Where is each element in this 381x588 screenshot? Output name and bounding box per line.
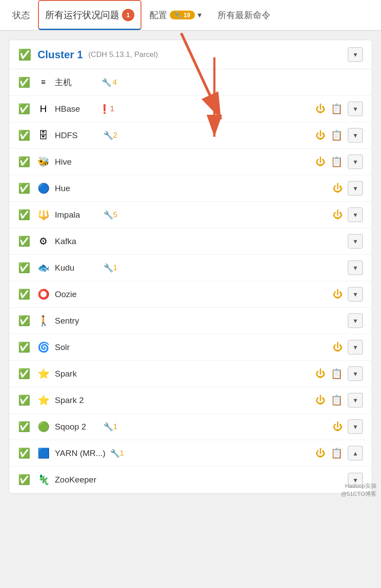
actions-solr: ⏻▾ <box>333 340 363 354</box>
restart-icon-oozie[interactable]: ⏻ <box>333 289 343 300</box>
icon-hdfs: 🗄 <box>36 128 50 143</box>
status-check-yarn: ✅ <box>18 448 30 459</box>
actions-oozie: ⏻▾ <box>333 287 363 302</box>
status-check-oozie: ✅ <box>18 289 30 300</box>
service-dropdown-spark[interactable]: ▾ <box>348 366 363 381</box>
main-content: ✅ Cluster 1 (CDH 5.13.1, Parcel) ▾ ✅ ≡ 主… <box>0 31 381 502</box>
restart-icon-yarn[interactable]: ⏻ <box>316 448 325 459</box>
restart-icon-solr[interactable]: ⏻ <box>333 342 343 353</box>
config-count-kudu: 1 <box>113 264 117 272</box>
config-icon: 🔧 <box>174 11 182 19</box>
service-dropdown-hdfs[interactable]: ▾ <box>348 128 363 143</box>
service-row-zookeeper: ✅ 🦎 ZooKeeper ▾ <box>9 467 372 493</box>
icon-oozie: ⭕ <box>36 287 50 302</box>
services-list: ✅ H HBase ❗ 1 ⏻📋▾ ✅ 🗄 HDFS 🔧 2 ⏻📋▾ ✅ 🐝 <box>9 96 372 493</box>
actions-kafka: ▾ <box>348 234 363 249</box>
config-wrench-impala: 🔧 <box>103 210 113 220</box>
service-dropdown-sentry[interactable]: ▾ <box>348 313 363 328</box>
service-row-oozie: ✅ ⭕ Oozie ⏻▾ <box>9 281 372 308</box>
export-icon-yarn[interactable]: 📋 <box>331 448 343 459</box>
config-dropdown-icon: ▾ <box>198 10 202 20</box>
cluster-card: ✅ Cluster 1 (CDH 5.13.1, Parcel) ▾ ✅ ≡ 主… <box>9 40 372 494</box>
icon-zookeeper: 🦎 <box>36 473 50 487</box>
service-row-kafka: ✅ ⚙ Kafka ▾ <box>9 228 372 255</box>
status-check-hdfs: ✅ <box>18 130 30 141</box>
cluster-name: Cluster 1 <box>38 49 83 61</box>
nav-config-label: 配置 <box>149 9 167 21</box>
cluster-actions: ▾ <box>348 47 363 62</box>
config-count-hdfs: 2 <box>113 131 117 140</box>
service-dropdown-hue[interactable]: ▾ <box>348 181 363 196</box>
export-icon-spark[interactable]: 📋 <box>331 368 343 380</box>
service-dropdown-spark2[interactable]: ▾ <box>348 393 363 407</box>
status-check-sqoop2: ✅ <box>18 421 30 433</box>
name-spark: Spark <box>55 369 99 379</box>
name-sentry: Sentry <box>55 316 99 326</box>
restart-icon-hbase[interactable]: ⏻ <box>316 103 325 115</box>
service-dropdown-yarn[interactable]: ▴ <box>348 446 363 460</box>
export-icon-hbase[interactable]: 📋 <box>331 103 343 115</box>
status-check-hbase: ✅ <box>18 103 30 115</box>
icon-hive: 🐝 <box>36 155 50 169</box>
watermark-line1: Hadoop实操 <box>341 482 377 490</box>
icon-solr: 🌀 <box>36 340 50 354</box>
name-hbase: HBase <box>55 104 99 114</box>
status-check-spark: ✅ <box>18 368 30 380</box>
service-dropdown-sqoop2[interactable]: ▾ <box>348 419 363 434</box>
nav-status[interactable]: 状态 <box>4 0 38 30</box>
config-wrench-hdfs: 🔧 <box>103 131 113 140</box>
config-wrench-kudu: 🔧 <box>103 263 113 273</box>
export-icon-hdfs[interactable]: 📋 <box>331 130 343 141</box>
name-zookeeper: ZooKeeper <box>55 475 99 485</box>
nav-issues-label: 所有运行状况问题 <box>45 9 119 21</box>
service-row-hdfs: ✅ 🗄 HDFS 🔧 2 ⏻📋▾ <box>9 122 372 149</box>
service-dropdown-hbase[interactable]: ▾ <box>348 102 363 116</box>
status-check-zookeeper: ✅ <box>18 474 30 486</box>
cluster-dropdown-button[interactable]: ▾ <box>348 47 363 62</box>
actions-spark2: ⏻📋▾ <box>316 393 363 407</box>
service-dropdown-kudu[interactable]: ▾ <box>348 260 363 275</box>
watermark: Hadoop实操 @51CTO博客 <box>341 482 377 498</box>
service-row-spark: ✅ ⭐ Spark ⏻📋▾ <box>9 361 372 387</box>
icon-spark2: ⭐ <box>36 393 50 407</box>
name-kafka: Kafka <box>55 237 99 246</box>
top-navigation: 状态 所有运行状况问题 1 配置 🔧 19 ▾ 所有最新命令 <box>0 0 381 31</box>
service-dropdown-solr[interactable]: ▾ <box>348 340 363 354</box>
export-icon-hive[interactable]: 📋 <box>331 156 343 168</box>
nav-commands[interactable]: 所有最新命令 <box>210 0 278 30</box>
config-wrench-yarn: 🔧 <box>110 449 120 458</box>
config-count-yarn: 1 <box>120 449 124 458</box>
export-icon-spark2[interactable]: 📋 <box>331 395 343 406</box>
status-check-spark2: ✅ <box>18 395 30 406</box>
nav-issues[interactable]: 所有运行状况问题 1 <box>38 0 141 30</box>
status-check-hue: ✅ <box>18 183 30 194</box>
service-dropdown-impala[interactable]: ▾ <box>348 207 363 222</box>
nav-config[interactable]: 配置 🔧 19 ▾ <box>141 0 210 30</box>
watermark-line2: @51CTO博客 <box>341 490 377 498</box>
actions-sqoop2: ⏻▾ <box>333 419 363 434</box>
service-row-hive: ✅ 🐝 Hive ⏻📋▾ <box>9 149 372 175</box>
restart-icon-sqoop2[interactable]: ⏻ <box>333 421 343 433</box>
restart-icon-spark2[interactable]: ⏻ <box>316 395 325 406</box>
name-hive: Hive <box>55 157 99 167</box>
actions-hdfs: ⏻📋▾ <box>316 128 363 143</box>
service-dropdown-kafka[interactable]: ▾ <box>348 234 363 249</box>
service-row-yarn: ✅ 🟦 YARN (MR...) 🔧 1 ⏻📋▴ <box>9 440 372 467</box>
restart-icon-hive[interactable]: ⏻ <box>316 156 325 168</box>
name-kudu: Kudu <box>55 263 99 273</box>
name-oozie: Oozie <box>55 290 99 299</box>
icon-kudu: 🐟 <box>36 261 50 275</box>
icon-sqoop2: 🟢 <box>36 420 50 434</box>
icon-impala: 🔱 <box>36 208 50 222</box>
restart-icon-hue[interactable]: ⏻ <box>333 183 343 194</box>
service-dropdown-oozie[interactable]: ▾ <box>348 287 363 302</box>
warn-icon-hbase: ❗ <box>99 104 110 114</box>
icon-sentry: 🚶 <box>36 314 50 328</box>
service-dropdown-hive[interactable]: ▾ <box>348 155 363 169</box>
service-row-hue: ✅ 🔵 Hue ⏻▾ <box>9 175 372 202</box>
hosts-config-count: 4 <box>113 78 117 87</box>
restart-icon-impala[interactable]: ⏻ <box>333 209 343 221</box>
restart-icon-hdfs[interactable]: ⏻ <box>316 130 325 141</box>
config-count-sqoop2: 1 <box>113 422 117 431</box>
restart-icon-spark[interactable]: ⏻ <box>316 368 325 380</box>
